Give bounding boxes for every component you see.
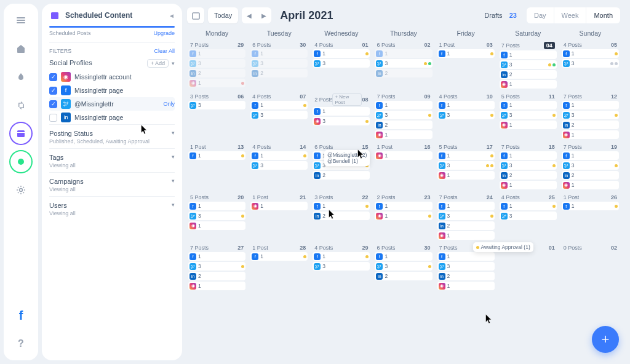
day-cell[interactable]: 1 Post26f1 bbox=[560, 193, 620, 241]
day-cell[interactable]: 1 Post03f1 bbox=[436, 41, 496, 90]
day-cell[interactable]: 1 Post13f1 bbox=[187, 143, 247, 191]
post-row[interactable]: ◉1 bbox=[188, 79, 245, 87]
post-row[interactable]: in2 bbox=[250, 69, 308, 77]
nav-menu-icon[interactable] bbox=[10, 10, 31, 31]
post-row[interactable]: 🕊3 bbox=[437, 161, 495, 170]
nav-help-icon[interactable]: ? bbox=[10, 333, 31, 354]
post-row[interactable]: in2 bbox=[375, 121, 432, 129]
post-row[interactable]: 🕊3 bbox=[500, 60, 557, 69]
post-row[interactable]: in2 bbox=[437, 272, 495, 280]
post-row[interactable]: 🕊3 bbox=[437, 262, 495, 271]
post-row[interactable]: f1 bbox=[250, 49, 308, 58]
view-week[interactable]: Week bbox=[554, 7, 586, 23]
day-cell[interactable]: 5 Posts17f1🕊3◉1 bbox=[436, 143, 496, 191]
posting-status-title[interactable]: Posting Status bbox=[49, 130, 93, 137]
post-row[interactable]: f1 bbox=[437, 151, 495, 160]
post-row[interactable]: ◉1 bbox=[375, 212, 432, 220]
post-row[interactable]: f1 bbox=[500, 202, 557, 210]
post-row[interactable]: ◉1 bbox=[437, 171, 495, 180]
post-row[interactable]: f1 bbox=[437, 101, 495, 109]
post-row[interactable]: in2 bbox=[313, 212, 370, 220]
post-row[interactable]: f1 bbox=[313, 107, 370, 116]
post-row[interactable]: f1 bbox=[500, 101, 557, 109]
new-post-fab[interactable]: + bbox=[592, 326, 619, 353]
nav-calendar-icon[interactable] bbox=[10, 123, 31, 144]
profile-row[interactable]: inMissinglettr page bbox=[49, 111, 175, 124]
post-row[interactable]: ◉3 bbox=[313, 117, 370, 125]
day-cell[interactable]: 4 Posts25f1🕊3 bbox=[498, 193, 558, 241]
collapse-icon[interactable]: ◄ bbox=[169, 12, 175, 19]
day-cell[interactable]: 7 Posts18f1🕊3in2◉1 bbox=[498, 143, 558, 191]
post-row[interactable]: 🕊3 bbox=[188, 212, 245, 220]
calendar-icon-button[interactable] bbox=[187, 7, 204, 23]
post-row[interactable]: 🕊3 bbox=[250, 59, 308, 68]
prev-month-button[interactable]: ◀ bbox=[242, 7, 257, 23]
day-cell[interactable]: 7 Posts09f1🕊3in2◉1 bbox=[373, 92, 433, 140]
post-row[interactable]: in2 bbox=[375, 69, 432, 77]
post-row[interactable]: in2 bbox=[562, 121, 619, 129]
post-row[interactable]: f1 bbox=[500, 151, 557, 160]
post-row[interactable]: ◉1 bbox=[375, 151, 432, 160]
add-profile-button[interactable]: + Add bbox=[147, 59, 169, 68]
post-row[interactable]: 🕊3 bbox=[500, 212, 557, 220]
day-cell[interactable]: 4 Posts05f1🕊3 bbox=[560, 41, 620, 90]
post-row[interactable]: f1 bbox=[375, 101, 432, 109]
nav-drop-icon[interactable] bbox=[10, 66, 31, 87]
post-row[interactable]: 🕊3 bbox=[188, 59, 245, 68]
day-cell[interactable]: 1 Post28f1 bbox=[249, 243, 309, 291]
profile-checkbox[interactable]: ✓ bbox=[49, 100, 57, 108]
post-row[interactable]: 🕊3 bbox=[375, 262, 432, 271]
post-row[interactable]: f1 bbox=[250, 252, 308, 261]
post-row[interactable]: 🕊3 bbox=[188, 262, 245, 271]
post-row[interactable]: in2 bbox=[188, 272, 245, 280]
post-row[interactable]: f1 bbox=[313, 202, 370, 210]
day-cell[interactable]: 5 Posts11f1🕊3◉1 bbox=[498, 92, 558, 140]
day-cell[interactable]: 6 Posts30f1🕊3in2 bbox=[373, 243, 433, 291]
day-cell[interactable]: 2 Posts+ New Post08f1◉3 bbox=[311, 92, 371, 140]
post-row[interactable]: ◉1 bbox=[375, 130, 432, 139]
drafts-indicator[interactable]: Drafts 23 bbox=[484, 12, 517, 19]
post-row[interactable]: 🕊3 bbox=[500, 111, 557, 119]
post-row[interactable]: in2 bbox=[375, 272, 432, 280]
post-row[interactable]: f1 bbox=[562, 101, 619, 109]
post-row[interactable]: in2 bbox=[437, 221, 495, 230]
day-cell[interactable]: 7 Posts04f1🕊3in2◉1 bbox=[498, 41, 558, 90]
chevron-down-icon[interactable]: ▾ bbox=[172, 60, 175, 66]
profile-checkbox[interactable]: ✓ bbox=[49, 87, 57, 95]
tags-title[interactable]: Tags bbox=[49, 154, 63, 161]
day-cell[interactable]: 6 Posts30f1🕊3in2 bbox=[249, 41, 309, 90]
post-row[interactable]: in2 bbox=[313, 171, 370, 180]
post-row[interactable]: f1 bbox=[250, 101, 308, 109]
day-cell[interactable]: 2 Posts23f1◉1 bbox=[373, 193, 433, 241]
clear-all-link[interactable]: Clear All bbox=[154, 48, 175, 54]
post-row[interactable]: 🕊3 bbox=[188, 101, 245, 109]
post-row[interactable]: in2 bbox=[562, 171, 619, 180]
day-cell[interactable]: 4 Posts10f1🕊3 bbox=[436, 92, 496, 140]
post-row[interactable]: ◉1 bbox=[562, 130, 619, 139]
day-cell[interactable]: 7 Posts12f1🕊3in2◉1 bbox=[560, 92, 620, 140]
day-cell[interactable]: 01 bbox=[498, 243, 558, 291]
post-row[interactable]: 🕊3 bbox=[375, 59, 432, 68]
post-row[interactable]: ◉1 bbox=[250, 202, 308, 210]
post-row[interactable]: f1 bbox=[188, 151, 245, 160]
post-row[interactable]: 🕊3 bbox=[562, 111, 619, 119]
day-cell[interactable]: 3 Posts06🕊3 bbox=[187, 92, 247, 140]
post-row[interactable]: f1 bbox=[562, 202, 619, 210]
day-cell[interactable]: 7 Posts29f1🕊3in2◉1 bbox=[187, 41, 247, 90]
post-row[interactable]: in2 bbox=[188, 69, 245, 77]
day-cell[interactable]: 4 Posts07f1🕊3 bbox=[249, 92, 309, 140]
post-row[interactable]: f1 bbox=[313, 252, 370, 261]
nav-facebook-icon[interactable]: f bbox=[10, 305, 31, 326]
post-row[interactable]: f1 bbox=[188, 49, 245, 58]
campaigns-title[interactable]: Campaigns bbox=[49, 178, 84, 185]
post-row[interactable]: f1 bbox=[375, 202, 432, 210]
post-row[interactable]: in2 bbox=[500, 171, 557, 180]
post-row[interactable]: 🕊3 bbox=[437, 111, 495, 119]
nav-home-icon[interactable] bbox=[10, 38, 31, 59]
new-post-button[interactable]: + New Post bbox=[332, 93, 362, 106]
post-row[interactable]: f1 bbox=[375, 49, 432, 58]
post-row[interactable]: ◉1 bbox=[188, 282, 245, 290]
post-row[interactable]: f1 bbox=[188, 202, 245, 210]
post-row[interactable]: ◉1 bbox=[500, 181, 557, 189]
post-row[interactable]: 🕊3 bbox=[562, 161, 619, 170]
